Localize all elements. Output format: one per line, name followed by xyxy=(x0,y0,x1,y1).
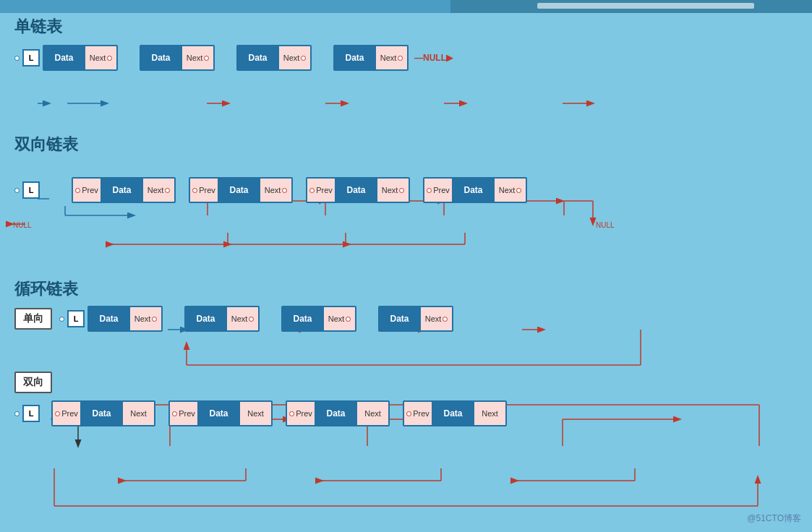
circ-s-node-1-data: Data xyxy=(89,307,129,330)
circ-s-node-4-next: Next xyxy=(419,307,452,330)
top-bar-decoration xyxy=(537,3,754,9)
dl-node-4-prev: Prev xyxy=(424,179,453,202)
dl-node-4: Prev Data Next xyxy=(423,177,527,203)
dl-node-3: Prev Data Next xyxy=(306,177,410,203)
sl-node-1-data: Data xyxy=(44,46,84,69)
dl-node-1-prev: Prev xyxy=(73,179,102,202)
circ-s-node-4-data: Data xyxy=(380,307,419,330)
dl-node-1: Prev Data Next xyxy=(72,177,176,203)
sl-node-2: Data Next xyxy=(140,45,215,71)
circ-d-node-4: Prev Data Next xyxy=(403,400,507,426)
head-circle-dl xyxy=(14,188,20,193)
circ-s-node-2-next: Next xyxy=(226,307,258,330)
dl-node-2-prev: Prev xyxy=(190,179,219,202)
circ-d-node-4-data: Data xyxy=(433,402,473,425)
dl-node-2-data: Data xyxy=(219,179,259,202)
dl-node-4-next: Next xyxy=(493,179,526,202)
dl-node-3-prev: Prev xyxy=(307,179,336,202)
circ-s-node-4: Data Next xyxy=(378,306,453,332)
circ-s-head-circle xyxy=(59,317,64,322)
circ-s-node-3: Data Next xyxy=(281,306,356,332)
circ-d-node-3-prev: Prev xyxy=(287,402,316,425)
section-circular-linked-list: 循环链表 单向 L Data Next Data Next Data xyxy=(14,278,798,426)
sl-node-4-data: Data xyxy=(335,46,375,69)
circ-d-node-1: Prev Data Next xyxy=(51,400,155,426)
circ-d-head-circle xyxy=(14,411,20,416)
dl-node-3-next: Next xyxy=(376,179,409,202)
head-circle-s1 xyxy=(14,56,20,61)
section-double-linked-list: 双向链表 L Prev Data Next Prev Data Next xyxy=(14,134,798,203)
sl-node-2-next: Next xyxy=(181,46,213,69)
circ-d-head-L: L xyxy=(22,405,40,422)
section-single-linked-list: 单链表 L Data Next Data Next Data Next xyxy=(14,16,798,71)
circular-linked-list-title: 循环链表 xyxy=(14,278,798,300)
watermark: @51CTO博客 xyxy=(747,512,801,525)
circ-d-node-4-next: Next xyxy=(473,402,505,425)
page-container: NULL NULL xyxy=(0,0,812,532)
sl-node-2-data: Data xyxy=(141,46,181,69)
circ-d-node-2: Prev Data Next xyxy=(168,400,273,426)
dl-node-3-data: Data xyxy=(336,179,376,202)
circ-d-node-2-data: Data xyxy=(199,402,239,425)
top-bar xyxy=(0,0,812,13)
circ-d-node-1-data: Data xyxy=(82,402,121,425)
head-L-s1: L xyxy=(22,49,40,66)
double-direction-label: 双向 xyxy=(14,372,52,393)
dl-node-2-next: Next xyxy=(259,179,291,202)
circ-s-node-3-data: Data xyxy=(283,307,322,330)
sl-node-3: Data Next xyxy=(236,45,312,71)
double-linked-list-title: 双向链表 xyxy=(14,134,798,155)
circ-d-node-4-prev: Prev xyxy=(404,402,433,425)
circ-d-node-3: Prev Data Next xyxy=(286,400,390,426)
circ-s-node-2-data: Data xyxy=(186,307,226,330)
circ-double-section: 双向 L Prev Data Next Prev Data xyxy=(14,372,798,426)
circ-s-node-1-next: Next xyxy=(129,307,161,330)
svg-text:NULL: NULL xyxy=(13,221,32,229)
dl-node-2: Prev Data Next xyxy=(189,177,293,203)
circ-s-node-3-next: Next xyxy=(322,307,355,330)
circ-s-node-1: Data Next xyxy=(87,306,163,332)
single-direction-label: 单向 xyxy=(14,308,52,330)
diagram-svg: NULL NULL xyxy=(0,0,812,532)
circ-d-node-2-prev: Prev xyxy=(170,402,199,425)
circ-d-node-1-prev: Prev xyxy=(53,402,82,425)
circ-d-node-3-data: Data xyxy=(316,402,356,425)
sl-node-4: Data Next xyxy=(333,45,409,71)
sl-node-1-next: Next xyxy=(84,46,116,69)
circ-d-node-3-next: Next xyxy=(356,402,388,425)
dl-node-4-data: Data xyxy=(453,179,493,202)
circ-d-node-2-next: Next xyxy=(239,402,271,425)
single-linked-list-title: 单链表 xyxy=(14,16,798,38)
dl-node-1-next: Next xyxy=(142,179,174,202)
sl-node-3-data: Data xyxy=(238,46,278,69)
sl-node-1: Data Next xyxy=(43,45,118,71)
circ-s-node-2: Data Next xyxy=(184,306,260,332)
null-label-s1: —NULL▶ xyxy=(414,53,453,63)
sl-node-4-next: Next xyxy=(375,46,407,69)
sl-node-3-next: Next xyxy=(278,46,310,69)
svg-text:NULL: NULL xyxy=(596,221,615,229)
head-L-dl: L xyxy=(22,181,40,199)
circ-s-head-L: L xyxy=(67,310,85,327)
dl-node-1-data: Data xyxy=(102,179,142,202)
circ-d-node-1-next: Next xyxy=(121,402,154,425)
